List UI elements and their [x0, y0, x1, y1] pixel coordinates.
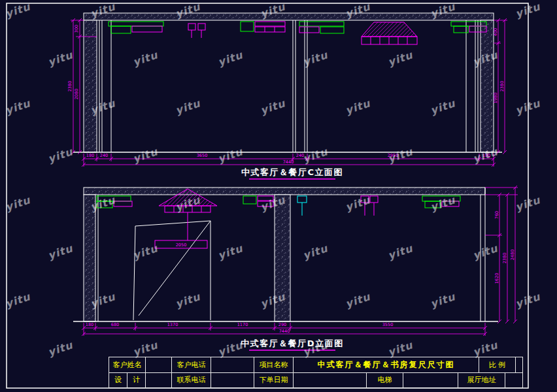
dim-total-label: 2480 [510, 250, 515, 261]
door-dim-label: 2050 [176, 242, 187, 248]
dim-total-label: 7440 [279, 329, 290, 334]
dim-label: 3550 [382, 322, 394, 327]
dim-label: 1370 [167, 322, 178, 327]
dim-label: 1980 [493, 93, 498, 104]
dim-label: 180 [86, 322, 93, 327]
order-date-label: 下单日期 [254, 373, 294, 388]
client-name-label: 客户姓名 [109, 357, 146, 372]
dim-total-label: 2380 [67, 81, 73, 92]
elevation-d-fixture [297, 196, 307, 216]
dim-label: 1170 [237, 322, 248, 327]
contact-phone-value-cell [211, 373, 254, 388]
dim-label: 760 [494, 211, 499, 219]
dim-label: 240 [100, 153, 108, 158]
elevation-c-structure [73, 13, 502, 152]
client-phone-label: 客户电话 [172, 357, 211, 372]
designer-label-1: 设 [109, 373, 127, 388]
elevator-label: 电梯 [367, 373, 403, 388]
dim-label: 3650 [197, 153, 208, 158]
cad-canvas: 180 240 3650 240 2950 180 7440 300 2080 … [0, 0, 557, 392]
title-block-row-1: 客户姓名 客户电话 项目名称 中式客厅＆餐厅＆书房复尺尺寸图 比 例 [109, 357, 522, 373]
dim-label: 2080 [74, 89, 79, 100]
contact-phone-label: 联系电话 [172, 373, 211, 388]
elevation-c: 180 240 3650 240 2950 180 7440 300 2080 … [67, 13, 507, 179]
elevation-d: 180 680 1370 1170 290 3550 7440 760 1620… [73, 186, 518, 350]
address-value-cell [505, 373, 522, 388]
elevation-c-dimensions: 180 240 3650 240 2950 180 7440 300 2080 … [67, 18, 507, 167]
title-block-row-2: 设 计 联系电话 下单日期 电梯 展厅地址 [109, 373, 522, 388]
scale-label: 比 例 [479, 357, 516, 372]
project-name-value: 中式客厅＆餐厅＆书房复尺尺寸图 [294, 357, 479, 372]
dim-label: 2380 [502, 253, 507, 264]
elevation-c-title: 中式客厅＆餐厅C立面图 [241, 167, 343, 177]
client-phone-value-cell [211, 357, 254, 372]
dim-label: 2950 [388, 153, 399, 158]
scale-value-cell [516, 357, 522, 372]
dim-label: 180 [482, 153, 490, 158]
dim-label: 180 [86, 153, 94, 158]
elevator-value-cell [403, 373, 458, 388]
client-name-value-cell [146, 357, 172, 372]
dim-label: 400 [493, 28, 498, 36]
dim-label: 300 [74, 25, 79, 33]
dim-label: 290 [278, 322, 286, 327]
order-date-value-cell [294, 373, 367, 388]
dim-label: 680 [111, 322, 119, 327]
elevation-c-details [132, 22, 486, 44]
title-block: 客户姓名 客户电话 项目名称 中式客厅＆餐厅＆书房复尺尺寸图 比 例 设 计 联… [109, 357, 523, 388]
designer-value-cell [146, 373, 172, 388]
dim-total-label: 7440 [283, 159, 294, 165]
address-label: 展厅地址 [458, 373, 505, 388]
dim-total-label: 2380 [499, 81, 505, 92]
project-name-label: 项目名称 [254, 357, 294, 372]
elevation-c-cabinets [109, 22, 486, 33]
dim-label: 1620 [494, 273, 499, 284]
dim-label: 240 [296, 153, 304, 158]
elevation-d-dimensions: 180 680 1370 1170 290 3550 7440 760 1620… [82, 186, 518, 336]
cad-drawing-svg: 180 240 3650 240 2950 180 7440 300 2080 … [0, 0, 557, 392]
chandelier-shade [362, 22, 417, 37]
elevation-d-title: 中式客厅＆餐厅D立面图 [241, 338, 343, 348]
designer-label-2: 计 [127, 373, 146, 388]
